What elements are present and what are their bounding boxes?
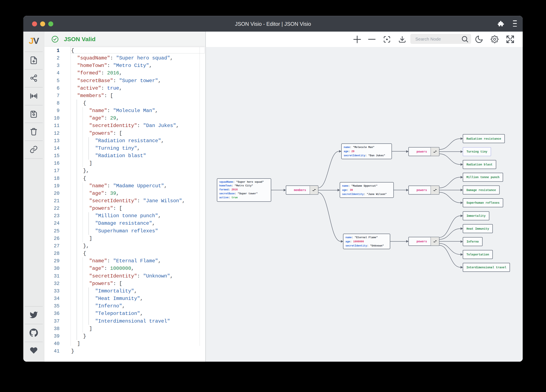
svg-text:Radiation resistance: Radiation resistance bbox=[466, 137, 501, 140]
svg-text:members: members bbox=[294, 189, 306, 192]
svg-text:name: "Molecule Man": name: "Molecule Man" bbox=[344, 146, 374, 149]
svg-text:powers: powers bbox=[416, 189, 427, 192]
svg-text:homeTown: "Metro City": homeTown: "Metro City" bbox=[219, 184, 253, 187]
svg-text:Turning tiny: Turning tiny bbox=[466, 150, 487, 153]
svg-text:powers: powers bbox=[416, 240, 427, 243]
svg-text:Damage resistance: Damage resistance bbox=[466, 189, 496, 192]
svg-text:name: "Madame Uppercut": name: "Madame Uppercut" bbox=[342, 184, 377, 188]
svg-text:Superhuman reflexes: Superhuman reflexes bbox=[466, 201, 499, 204]
svg-text:age: 39: age: 39 bbox=[342, 189, 353, 192]
svg-text:Radiation blast: Radiation blast bbox=[466, 163, 492, 166]
svg-text:active: true: active: true bbox=[219, 196, 238, 199]
svg-text:Inferno: Inferno bbox=[467, 240, 479, 243]
svg-text:powers: powers bbox=[416, 150, 427, 153]
svg-text:Teleportation: Teleportation bbox=[466, 253, 489, 256]
svg-text:squadName: "Super hero squad": squadName: "Super hero squad" bbox=[219, 181, 264, 183]
svg-text:formed: 2016: formed: 2016 bbox=[219, 188, 238, 191]
svg-text:Heat Immunity: Heat Immunity bbox=[466, 227, 489, 230]
svg-text:age: 29: age: 29 bbox=[344, 150, 354, 153]
svg-text:secretBase: "Super tower": secretBase: "Super tower" bbox=[219, 192, 258, 195]
svg-text:Immortality: Immortality bbox=[466, 214, 485, 218]
svg-text:Interdimensional travel: Interdimensional travel bbox=[466, 266, 506, 269]
svg-text:secretIdentity: "Unknown": secretIdentity: "Unknown" bbox=[345, 244, 384, 247]
svg-text:secretIdentity: "Jane Wilson": secretIdentity: "Jane Wilson" bbox=[342, 193, 387, 196]
svg-text:age: 1000000: age: 1000000 bbox=[345, 240, 364, 243]
svg-text:name: "Eternal Flame": name: "Eternal Flame" bbox=[345, 236, 378, 239]
svg-text:secretIdentity: "Dan Jukes": secretIdentity: "Dan Jukes" bbox=[344, 154, 385, 157]
svg-text:Million tonne punch: Million tonne punch bbox=[466, 176, 499, 179]
